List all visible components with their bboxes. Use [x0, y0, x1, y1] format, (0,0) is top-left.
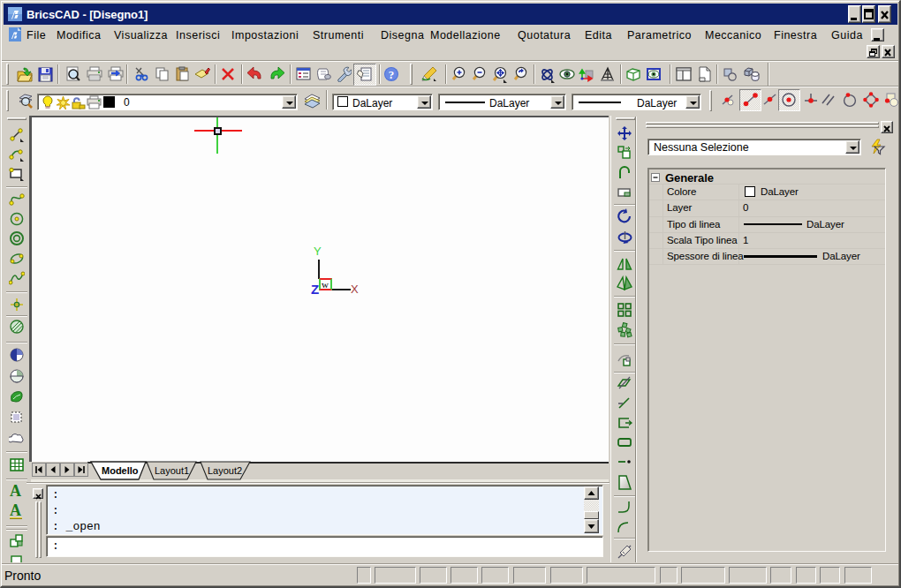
svg-text:Modello: Modello [102, 465, 139, 476]
svg-text:Layout1: Layout1 [155, 465, 189, 476]
svg-text:?: ? [389, 68, 395, 81]
svg-text:Layout2: Layout2 [208, 465, 242, 476]
